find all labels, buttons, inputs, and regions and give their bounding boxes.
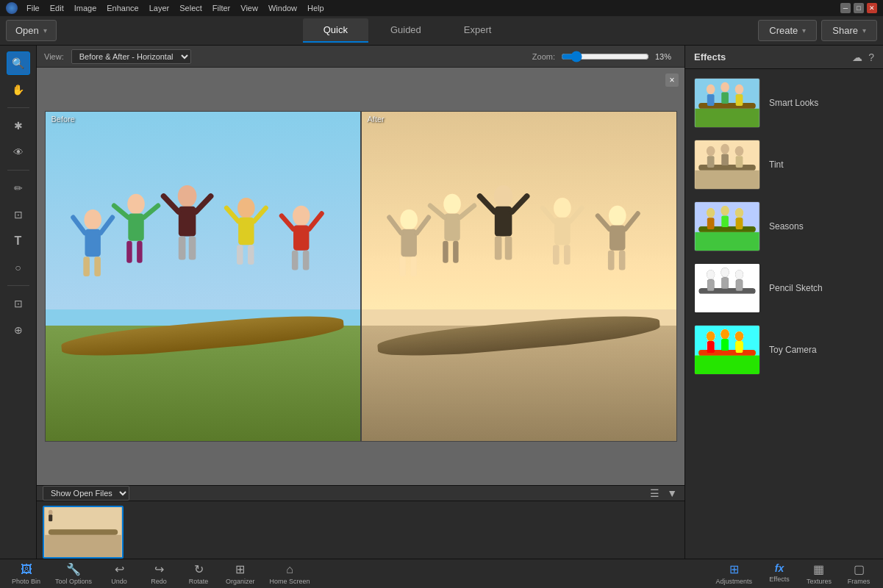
svg-rect-100 — [736, 279, 743, 291]
text-tool[interactable]: T — [7, 229, 30, 253]
svg-rect-55 — [609, 225, 625, 250]
move-tool[interactable]: ⊕ — [7, 318, 30, 342]
svg-rect-25 — [293, 225, 309, 250]
svg-line-29 — [309, 213, 321, 229]
menu-image[interactable]: Image — [70, 2, 101, 14]
crop-tool[interactable]: ⊡ — [7, 292, 30, 315]
svg-rect-87 — [707, 218, 715, 229]
film-thumbnail[interactable] — [43, 506, 124, 559]
effects-info-button[interactable]: ? — [868, 51, 874, 63]
effects-list: Smart Looks — [685, 69, 883, 559]
menu-enhance[interactable]: Enhance — [102, 2, 143, 14]
svg-line-52 — [543, 208, 554, 221]
film-thumb-image — [44, 507, 122, 557]
smart-looks-preview — [695, 79, 759, 127]
zoom-tool[interactable]: 🔍 — [7, 51, 30, 75]
effect-pencil-sketch[interactable]: Pencil Sketch — [691, 260, 877, 316]
zoom-slider[interactable] — [561, 51, 649, 62]
create-label: Create — [769, 25, 798, 36]
maximize-button[interactable]: □ — [854, 3, 864, 13]
effects-bottom-button[interactable]: fx Effects — [761, 559, 798, 588]
open-button[interactable]: Open ▾ — [6, 20, 57, 41]
effect-smart-looks[interactable]: Smart Looks — [691, 75, 877, 131]
rotate-button[interactable]: ↻ Rotate — [180, 559, 217, 588]
svg-line-23 — [254, 208, 265, 221]
tool-options-button[interactable]: 🔧 Tool Options — [49, 559, 98, 588]
menu-help[interactable]: Help — [303, 2, 329, 14]
organizer-button[interactable]: ⊞ Organizer — [220, 559, 261, 588]
share-arrow: ▾ — [862, 26, 866, 35]
svg-rect-98 — [721, 277, 729, 289]
tab-quick[interactable]: Quick — [303, 18, 368, 43]
frames-icon: ▢ — [854, 562, 865, 576]
minimize-button[interactable]: ─ — [840, 3, 851, 13]
rotate-icon: ↻ — [194, 562, 204, 576]
frames-button[interactable]: ▢ Frames — [840, 559, 877, 588]
svg-point-18 — [237, 198, 255, 218]
rect-tool[interactable]: ⊡ — [7, 203, 30, 226]
close-button[interactable]: ✕ — [867, 3, 877, 13]
svg-point-54 — [608, 206, 626, 226]
filmstrip-expand-button[interactable]: ▼ — [665, 486, 679, 501]
effect-thumb-smart-looks — [694, 78, 760, 128]
menu-window[interactable]: Window — [264, 2, 301, 14]
brush-tool[interactable]: ✏ — [7, 176, 30, 200]
title-bar: File Edit Image Enhance Layer Select Fil… — [0, 0, 883, 16]
adjustments-button[interactable]: ⊞ Adjustments — [709, 559, 758, 588]
filmstrip-menu-button[interactable]: ☰ — [648, 486, 661, 501]
zoom-label: Zoom: — [532, 52, 555, 61]
menu-view[interactable]: View — [236, 2, 262, 14]
svg-rect-50 — [553, 245, 560, 265]
hand-tool[interactable]: ✋ — [7, 78, 30, 101]
svg-rect-106 — [707, 341, 715, 353]
zoom-area: Zoom: 13% — [532, 51, 677, 62]
bottom-right-tools: ⊞ Adjustments fx Effects ▦ Textures ▢ Fr… — [709, 559, 877, 588]
svg-line-58 — [598, 216, 609, 229]
svg-point-95 — [707, 270, 715, 280]
svg-rect-45 — [504, 236, 512, 259]
svg-rect-104 — [698, 350, 756, 356]
svg-line-4 — [73, 218, 85, 233]
effect-seasons[interactable]: Seasons — [691, 198, 877, 254]
eye-tool[interactable]: 👁 — [7, 140, 30, 164]
organizer-icon: ⊞ — [235, 562, 245, 576]
svg-rect-61 — [45, 535, 121, 557]
home-screen-label: Home Screen — [270, 578, 310, 585]
effect-tint[interactable]: Tint — [691, 137, 877, 193]
redo-icon: ↪ — [154, 562, 164, 576]
photo-bin-button[interactable]: 🖼 Photo Bin — [6, 560, 46, 588]
svg-rect-80 — [721, 154, 729, 165]
effect-label-smart-looks: Smart Looks — [769, 98, 818, 108]
textures-icon: ▦ — [813, 562, 824, 576]
effects-help-button[interactable]: ☁ — [852, 51, 862, 63]
svg-line-46 — [479, 196, 494, 212]
filmstrip-dropdown[interactable]: Show Open Files — [43, 486, 129, 501]
effect-toy-camera[interactable]: Toy Camera — [691, 322, 877, 378]
menu-edit[interactable]: Edit — [46, 2, 68, 14]
tab-expert[interactable]: Expert — [443, 18, 512, 43]
tool-divider-2 — [7, 170, 29, 171]
filmstrip-icons: ☰ ▼ — [648, 486, 679, 501]
tab-guided[interactable]: Guided — [370, 18, 442, 43]
textures-button[interactable]: ▦ Textures — [801, 559, 837, 588]
home-screen-button[interactable]: ⌂ Home Screen — [264, 560, 316, 588]
spot-tool[interactable]: ○ — [7, 256, 30, 279]
share-button[interactable]: Share ▾ — [821, 20, 877, 41]
svg-rect-91 — [736, 218, 743, 229]
create-button[interactable]: Create ▾ — [758, 20, 817, 41]
redo-button[interactable]: ↪ Redo — [140, 559, 177, 588]
svg-rect-15 — [188, 236, 196, 259]
quick-select-tool[interactable]: ✱ — [7, 114, 30, 137]
people-before-svg — [46, 112, 360, 441]
view-select[interactable]: Before & After - Horizontal — [71, 49, 191, 64]
menu-layer[interactable]: Layer — [145, 2, 174, 14]
menu-filter[interactable]: Filter — [208, 2, 235, 14]
effect-label-tint: Tint — [769, 159, 784, 170]
svg-rect-37 — [444, 213, 460, 240]
people-after-svg — [362, 112, 676, 441]
svg-rect-44 — [494, 236, 501, 259]
undo-button[interactable]: ↩ Undo — [101, 559, 137, 588]
menu-select[interactable]: Select — [175, 2, 207, 14]
close-canvas-button[interactable]: × — [665, 74, 679, 87]
menu-file[interactable]: File — [22, 2, 44, 14]
